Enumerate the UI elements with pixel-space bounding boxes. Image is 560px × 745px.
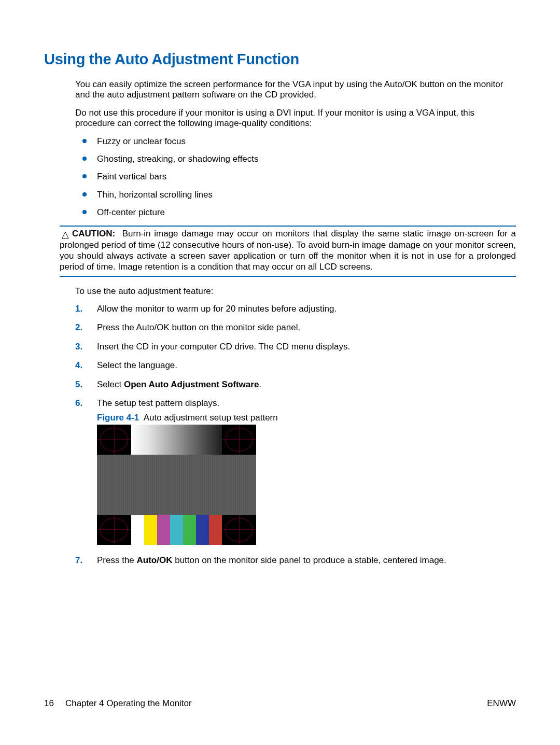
step-number: 5.	[75, 379, 92, 390]
step: 4. Select the language.	[75, 360, 516, 371]
step-number: 1.	[75, 304, 92, 314]
step-number: 7.	[75, 555, 92, 566]
body: You can easily optimize the screen perfo…	[75, 79, 516, 566]
step-text: Allow the monitor to warm up for 20 minu…	[97, 304, 337, 314]
step-number: 4.	[75, 360, 92, 371]
steps-intro: To use the auto adjustment feature:	[75, 286, 516, 297]
step: 1. Allow the monitor to warm up for 20 m…	[75, 304, 516, 314]
page-number: 16	[44, 698, 54, 709]
figure-caption: Figure 4-1 Auto adjustment setup test pa…	[97, 413, 516, 423]
list-item: Faint vertical bars	[75, 172, 516, 182]
chapter-title: Chapter 4 Operating the Monitor	[65, 698, 192, 709]
step-text: Press the Auto/OK button on the monitor …	[97, 555, 446, 565]
step-text: Select the language.	[97, 360, 177, 370]
page-footer: 16 Chapter 4 Operating the Monitor ENWW	[44, 698, 516, 709]
step-number: 6.	[75, 398, 92, 409]
step-text: Select Open Auto Adjustment Software.	[97, 379, 261, 389]
step: 5. Select Open Auto Adjustment Software.	[75, 379, 516, 390]
step-number: 3.	[75, 342, 92, 352]
step-text: The setup test pattern displays.	[97, 398, 219, 408]
test-pattern-image	[97, 425, 256, 545]
page: Using the Auto Adjustment Function You c…	[0, 0, 560, 745]
caution-text: Burn-in image damage may occur on monito…	[60, 229, 516, 272]
footer-right: ENWW	[487, 698, 516, 709]
caution-box: △CAUTION: Burn-in image damage may occur…	[60, 226, 516, 277]
section-heading: Using the Auto Adjustment Function	[44, 51, 516, 68]
list-item: Fuzzy or unclear focus	[75, 136, 516, 147]
caution-label: CAUTION:	[72, 229, 115, 238]
steps-list: 1. Allow the monitor to warm up for 20 m…	[75, 304, 516, 566]
step: 7. Press the Auto/OK button on the monit…	[75, 555, 516, 566]
figure-label: Figure 4-1	[97, 413, 139, 423]
list-item: Thin, horizontal scrolling lines	[75, 190, 516, 200]
figure-caption-text: Auto adjustment setup test pattern	[144, 413, 278, 423]
caution-icon: △	[60, 229, 71, 241]
intro-paragraph-2: Do not use this procedure if your monito…	[75, 108, 516, 129]
list-item: Off-center picture	[75, 207, 516, 218]
list-item: Ghosting, streaking, or shadowing effect…	[75, 154, 516, 164]
step: 6. The setup test pattern displays. Figu…	[75, 398, 516, 545]
intro-paragraph-1: You can easily optimize the screen perfo…	[75, 79, 516, 101]
step: 3. Insert the CD in your computer CD dri…	[75, 342, 516, 352]
step: 2. Press the Auto/OK button on the monit…	[75, 322, 516, 333]
step-text: Press the Auto/OK button on the monitor …	[97, 322, 300, 332]
step-number: 2.	[75, 322, 92, 333]
conditions-list: Fuzzy or unclear focus Ghosting, streaki…	[75, 136, 516, 218]
step-text: Insert the CD in your computer CD drive.…	[97, 342, 350, 352]
